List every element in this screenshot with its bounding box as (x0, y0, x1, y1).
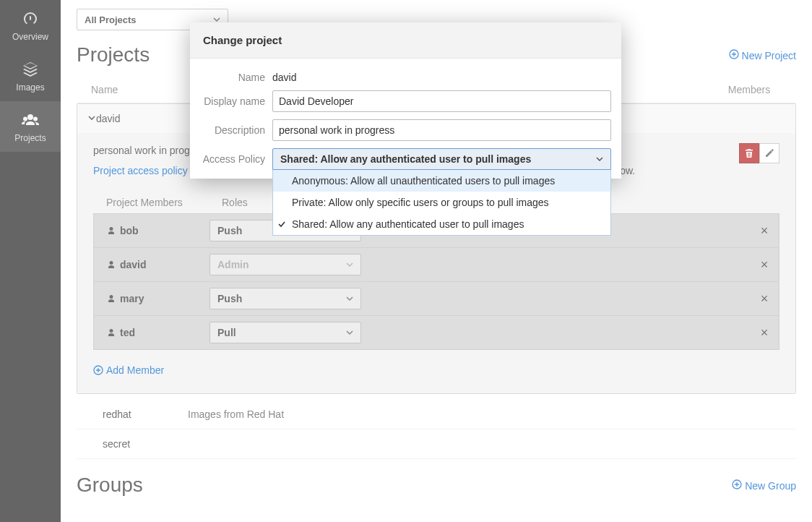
change-project-modal: Change project Name david Display name D… (190, 22, 621, 179)
label-name: Name (200, 72, 272, 83)
label-display-name: Display name (200, 95, 272, 107)
access-policy-option[interactable]: Shared: Allow any authenticated user to … (273, 213, 610, 235)
value-name: david (272, 72, 611, 83)
chevron-down-icon (596, 155, 603, 163)
access-policy-selected-value: Shared: Allow any authenticated user to … (280, 153, 531, 165)
access-policy-option[interactable]: Anonymous: Allow all unauthenticated use… (273, 170, 610, 192)
description-input[interactable] (272, 119, 611, 141)
access-policy-select[interactable]: Shared: Allow any authenticated user to … (272, 148, 611, 170)
modal-title: Change project (190, 22, 621, 59)
display-name-input[interactable] (272, 90, 611, 112)
label-access-policy: Access Policy (200, 153, 272, 165)
check-icon (277, 219, 286, 231)
label-description: Description (200, 124, 272, 136)
access-policy-options: Anonymous: Allow all unauthenticated use… (272, 170, 611, 236)
access-policy-option[interactable]: Private: Allow only specific users or gr… (273, 192, 610, 213)
